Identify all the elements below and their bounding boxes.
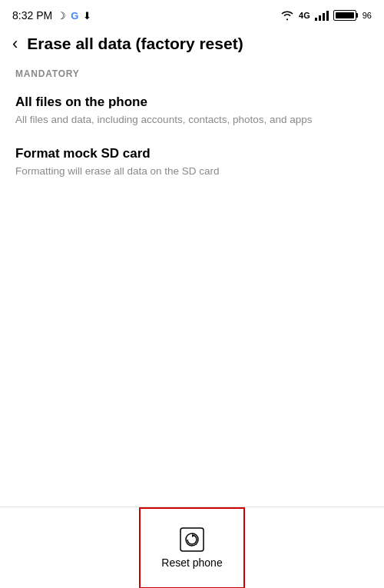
option-all-files: All files on the phone All files and dat… [15, 95, 369, 128]
content-area: MANDATORY All files on the phone All fil… [0, 62, 384, 179]
option-sd-card-desc: Formatting will erase all data on the SD… [15, 164, 369, 179]
reset-icon [180, 527, 204, 552]
battery-level: 96 [362, 11, 372, 20]
option-sd-card: Format mock SD card Formatting will eras… [15, 146, 369, 179]
battery-icon [333, 10, 356, 21]
signal-bars [315, 10, 329, 21]
bottom-area: Reset phone [0, 507, 384, 588]
page-title: Erase all data (factory reset) [27, 34, 243, 53]
section-label: MANDATORY [15, 68, 369, 79]
status-bar: 8:32 PM ☽ G ⬇ 4G 96 [0, 0, 384, 28]
option-all-files-desc: All files and data, including accounts, … [15, 113, 369, 128]
option-all-files-title: All files on the phone [15, 95, 369, 110]
option-sd-card-title: Format mock SD card [15, 146, 369, 161]
toolbar: ‹ Erase all data (factory reset) [0, 28, 384, 62]
moon-icon: ☽ [57, 10, 66, 22]
back-button[interactable]: ‹ [12, 35, 18, 52]
status-right: 4G 96 [280, 10, 372, 21]
time-display: 8:32 PM [12, 9, 52, 22]
reset-phone-icon [180, 527, 204, 552]
signal-icon: 4G [299, 11, 310, 20]
reset-phone-button[interactable]: Reset phone [139, 507, 245, 589]
svg-rect-0 [180, 528, 204, 551]
g-icon: G [71, 10, 78, 22]
reset-phone-label: Reset phone [161, 556, 222, 569]
wifi-icon [280, 10, 294, 21]
download-icon: ⬇ [83, 10, 91, 22]
status-left: 8:32 PM ☽ G ⬇ [12, 9, 91, 22]
